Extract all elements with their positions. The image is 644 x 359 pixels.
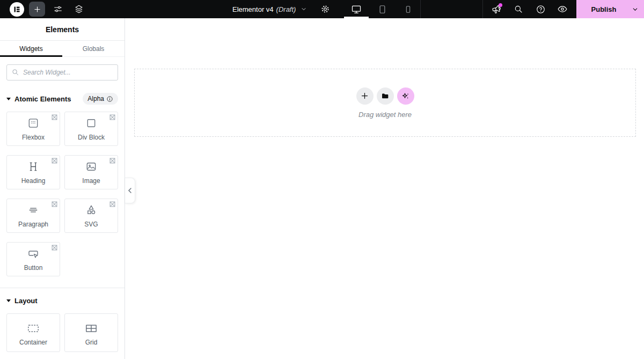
widget-card-paragraph[interactable]: Paragraph: [6, 199, 60, 233]
experiment-icon: [109, 158, 115, 164]
tab-widgets[interactable]: Widgets: [0, 41, 62, 56]
topbar-right-group: [490, 0, 569, 18]
finder-search-button[interactable]: [512, 3, 525, 16]
device-switcher: [343, 0, 421, 18]
top-bar: Elementor v4 (Draft): [0, 0, 644, 18]
layers-icon: [74, 4, 84, 14]
flexbox-icon: [27, 117, 40, 129]
help-button[interactable]: [534, 3, 547, 16]
widget-card-flexbox[interactable]: Flexbox: [6, 112, 60, 146]
topbar-left-group: [10, 0, 87, 18]
plus-icon: [33, 5, 41, 13]
widget-label: Div Block: [78, 134, 105, 141]
widget-card-image[interactable]: Image: [64, 155, 118, 189]
widget-label: Container: [19, 339, 47, 346]
chevron-down-icon: [301, 6, 307, 12]
widget-label: Flexbox: [22, 134, 45, 141]
section-label: Layout: [14, 297, 38, 305]
panel-tabs: Widgets Globals: [0, 41, 125, 57]
plus-icon: [361, 92, 369, 100]
device-tablet-button[interactable]: [369, 0, 395, 18]
widget-card-container[interactable]: Container: [6, 313, 60, 352]
help-icon: [536, 4, 546, 14]
widget-label: Image: [82, 177, 100, 185]
topbar-separator: [482, 0, 483, 18]
section-layout-header[interactable]: Layout: [0, 295, 125, 306]
widget-card-svg[interactable]: SVG: [64, 199, 118, 233]
button-icon: [27, 247, 40, 260]
experiment-icon: [52, 114, 57, 120]
publish-options-button[interactable]: [626, 0, 644, 18]
topbar-center-group: Elementor v4 (Draft): [232, 0, 421, 18]
info-icon: [106, 96, 113, 102]
widget-card-button[interactable]: Button: [6, 242, 60, 276]
tab-globals[interactable]: Globals: [62, 41, 125, 56]
widget-card-grid[interactable]: Grid: [64, 313, 118, 352]
section-divider: [0, 288, 125, 288]
publish-button[interactable]: Publish: [576, 5, 626, 13]
widget-label: Heading: [21, 177, 46, 185]
container-icon: [26, 321, 40, 335]
desktop-icon: [351, 4, 362, 14]
experiment-icon: [52, 245, 57, 251]
panel-collapse-handle[interactable]: [125, 178, 135, 203]
experiment-icon: [52, 201, 57, 207]
editor-canvas[interactable]: Drag widget here: [126, 18, 644, 359]
heading-icon: [27, 160, 40, 173]
panel-title: Elements: [46, 25, 79, 34]
site-settings-button[interactable]: [50, 2, 66, 17]
chevron-left-icon: [128, 188, 132, 193]
eye-icon: [557, 4, 568, 14]
notification-dot: [499, 3, 502, 7]
structure-button[interactable]: [71, 2, 87, 17]
preview-button[interactable]: [556, 3, 569, 16]
ai-generate-button[interactable]: [397, 87, 414, 105]
mobile-icon: [404, 5, 413, 14]
widget-label: Button: [24, 264, 43, 272]
alpha-badge-label: Alpha: [87, 95, 104, 102]
elementor-logo[interactable]: [10, 2, 24, 17]
widget-label: Paragraph: [18, 221, 48, 228]
search-icon: [11, 68, 19, 76]
template-library-button[interactable]: [377, 87, 394, 105]
widget-card-div-block[interactable]: Div Block: [64, 112, 118, 146]
experiment-icon: [52, 158, 57, 164]
section-caret-icon: [6, 98, 11, 100]
experiment-icon: [109, 201, 115, 207]
whats-new-button[interactable]: [490, 3, 503, 16]
section-atomic-elements-header[interactable]: Atomic Elements Alpha: [0, 93, 125, 105]
device-desktop-button[interactable]: [343, 0, 369, 18]
add-element-button[interactable]: [29, 2, 45, 17]
widget-label: Grid: [85, 339, 98, 346]
drop-zone-actions: [356, 87, 414, 105]
widget-label: SVG: [84, 221, 98, 228]
gear-icon: [320, 4, 330, 14]
document-switcher[interactable]: Elementor v4 (Draft): [232, 5, 307, 13]
chevron-down-icon: [632, 6, 639, 13]
empty-section-drop-zone[interactable]: Drag widget here: [134, 69, 636, 137]
page-settings-button[interactable]: [319, 3, 332, 16]
layout-widgets-grid: Container Grid: [0, 313, 125, 352]
section-caret-icon: [6, 299, 11, 302]
div-block-icon: [85, 117, 98, 129]
experiment-icon: [109, 114, 115, 120]
tablet-icon: [377, 4, 387, 14]
svg-shapes-icon: [85, 204, 98, 216]
adjustments-icon: [53, 4, 63, 14]
panel-header: Elements: [0, 18, 125, 41]
device-mobile-button[interactable]: [395, 0, 421, 18]
alpha-badge[interactable]: Alpha: [83, 93, 118, 105]
add-widget-button[interactable]: [356, 87, 374, 105]
grid-icon: [84, 321, 98, 335]
folder-icon: [381, 92, 390, 100]
publish-split-button: Publish: [576, 0, 644, 18]
topbar-separator: [420, 0, 421, 18]
document-title: Elementor v4: [232, 5, 274, 13]
widget-search-input[interactable]: [6, 64, 118, 80]
sparkles-icon: [401, 91, 411, 101]
paragraph-icon: [27, 204, 40, 216]
atomic-widgets-grid: Flexbox Div Block Heading: [0, 112, 125, 276]
widget-card-heading[interactable]: Heading: [6, 155, 60, 189]
section-label: Atomic Elements: [14, 95, 71, 103]
document-status: (Draft): [276, 5, 296, 13]
